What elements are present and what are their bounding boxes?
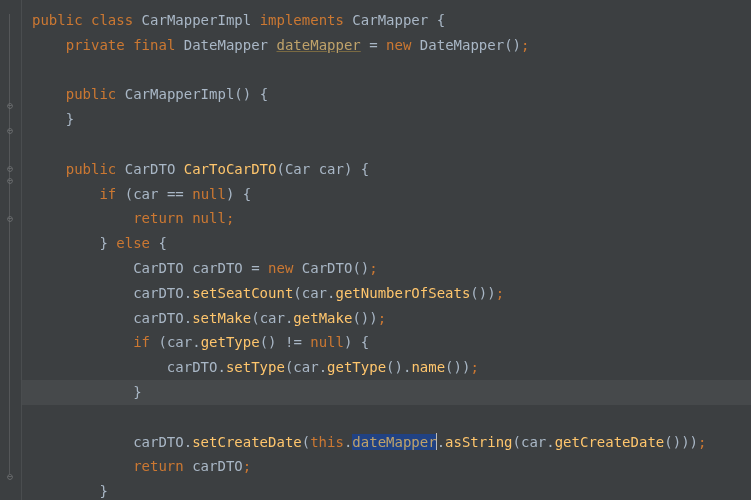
code-line[interactable] <box>28 405 751 430</box>
code-line[interactable]: return carDTO; <box>28 454 751 479</box>
code-line[interactable] <box>28 58 751 83</box>
code-line[interactable]: if (car.getType() != null) { <box>28 330 751 355</box>
fold-toggle[interactable]: ⊖ <box>4 163 16 175</box>
code-line[interactable]: public CarDTO CarToCarDTO(Car car) { <box>28 157 751 182</box>
code-line[interactable]: carDTO.setMake(car.getMake()); <box>28 306 751 331</box>
code-line[interactable]: return null; <box>28 206 751 231</box>
code-line[interactable]: carDTO.setType(car.getType().name()); <box>28 355 751 380</box>
code-line[interactable] <box>28 132 751 157</box>
code-line[interactable]: } <box>28 380 751 405</box>
fold-toggle[interactable]: ⊖ <box>4 125 16 137</box>
selected-identifier[interactable]: dateMapper <box>352 434 436 450</box>
code-line[interactable]: carDTO.setCreateDate(this.dateMapper.asS… <box>28 430 751 455</box>
code-line[interactable]: if (car == null) { <box>28 182 751 207</box>
code-line[interactable]: carDTO.setSeatCount(car.getNumberOfSeats… <box>28 281 751 306</box>
code-line[interactable]: public class CarMapperImpl implements Ca… <box>28 8 751 33</box>
code-editor[interactable]: public class CarMapperImpl implements Ca… <box>22 0 751 500</box>
code-line[interactable]: } else { <box>28 231 751 256</box>
fold-toggle[interactable]: ⊖ <box>4 213 16 225</box>
code-line[interactable]: public CarMapperImpl() { <box>28 82 751 107</box>
fold-toggle[interactable]: ⊖ <box>4 471 16 483</box>
gutter: ⊖ ⊖ ⊖ ⊖ ⊖ ⊖ <box>0 0 22 500</box>
fold-toggle[interactable]: ⊖ <box>4 100 16 112</box>
code-line[interactable]: CarDTO carDTO = new CarDTO(); <box>28 256 751 281</box>
code-line[interactable]: } <box>28 479 751 500</box>
code-line[interactable]: private final DateMapper dateMapper = ne… <box>28 33 751 58</box>
code-line[interactable]: } <box>28 107 751 132</box>
fold-toggle[interactable]: ⊖ <box>4 175 16 187</box>
